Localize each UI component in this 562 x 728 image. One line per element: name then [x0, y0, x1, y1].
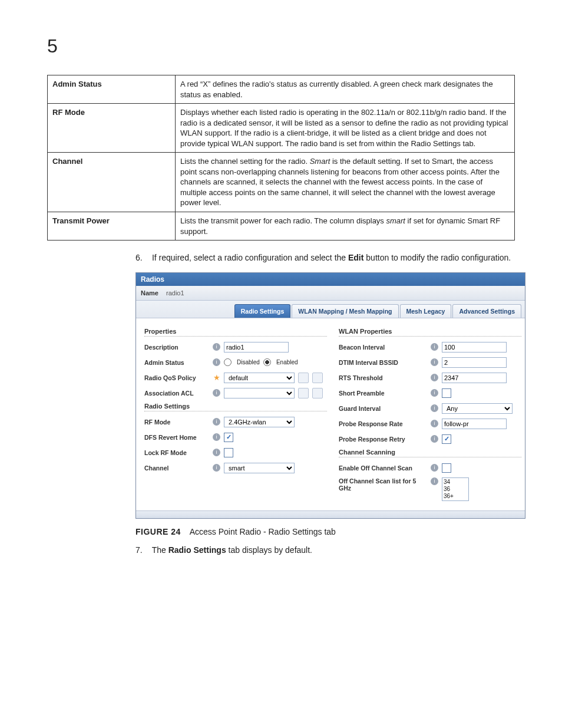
add-icon[interactable] [298, 388, 309, 398]
row-val: A red “X” defines the radio's status as … [176, 75, 515, 104]
short-preamble-checkbox[interactable] [442, 388, 451, 398]
info-icon[interactable]: i [431, 420, 438, 427]
table-row: Admin Status A red “X” defines the radio… [48, 75, 515, 104]
row-association-acl: Association ACL i [144, 387, 327, 399]
row-scan-list: Off Channel Scan list for 5 GHz i 34 36 … [339, 477, 521, 501]
info-icon[interactable]: i [213, 433, 220, 441]
description-input[interactable] [224, 342, 289, 353]
info-icon[interactable]: i [213, 418, 220, 426]
group-radio-settings: Radio Settings [144, 403, 327, 411]
info-icon[interactable]: i [431, 404, 438, 412]
step-7: 7. The Radio Settings tab displays by de… [135, 545, 515, 556]
row-key: Transmit Power [48, 212, 176, 241]
channel-select[interactable]: smart [224, 463, 295, 473]
rts-input[interactable] [442, 373, 507, 383]
qos-select[interactable]: default [224, 373, 295, 383]
label: Association ACL [144, 390, 209, 397]
list-item[interactable]: 36 [444, 486, 467, 493]
tab-strip: Radio Settings WLAN Mapping / Mesh Mappi… [136, 301, 525, 318]
info-icon[interactable]: i [431, 358, 438, 366]
row-probe-rate: Probe Response Rate i [339, 418, 521, 430]
label: Admin Status [144, 359, 209, 366]
label: DFS Revert Home [144, 434, 209, 441]
radio-label: Disabled [237, 359, 260, 365]
label: Description [144, 344, 209, 351]
tab-radio-settings[interactable]: Radio Settings [234, 304, 291, 318]
text-bold: Edit [348, 253, 363, 262]
label: Guard Interval [339, 405, 427, 412]
row-key: Channel [48, 153, 176, 212]
text: button to modify the radio configuration… [363, 253, 511, 262]
tab-wlan-mapping[interactable]: WLAN Mapping / Mesh Mapping [292, 304, 398, 318]
probe-rate-input[interactable] [442, 419, 507, 429]
info-icon[interactable]: i [213, 464, 220, 472]
figure-title: Access Point Radio - Radio Settings tab [190, 527, 336, 536]
info-icon[interactable]: i [431, 343, 438, 351]
row-admin-status: Admin Status i Disabled Enabled [144, 357, 327, 368]
row-beacon: Beacon Interval i [339, 341, 521, 353]
field-description-table: Admin Status A red “X” defines the radio… [47, 75, 515, 241]
label: Channel [144, 465, 209, 472]
table-row: Transmit Power Lists the transmit power … [48, 212, 515, 241]
group-properties: Properties [144, 328, 327, 337]
page-number: 5 [47, 35, 515, 57]
text-bold: Radio Settings [168, 545, 226, 555]
radio-settings-screenshot: Radios Name radio1 Radio Settings WLAN M… [135, 272, 525, 519]
info-icon[interactable]: i [431, 389, 438, 397]
radio-disabled[interactable] [224, 358, 232, 366]
rf-mode-select[interactable]: 2.4GHz-wlan [224, 417, 295, 427]
dtim-input[interactable] [442, 357, 507, 368]
text-emph: smart [386, 216, 405, 225]
row-dfs-revert: DFS Revert Home i [144, 431, 327, 443]
list-item[interactable]: 34 [444, 479, 467, 486]
row-guard: Guard Interval i Any [339, 403, 521, 414]
acl-select[interactable] [224, 388, 295, 398]
row-val: Displays whether each listed radio is op… [176, 104, 515, 153]
info-icon[interactable]: i [431, 374, 438, 381]
text: Lists the channel setting for the radio. [180, 157, 310, 166]
table-row: Channel Lists the channel setting for th… [48, 153, 515, 212]
row-channel: Channel i smart [144, 462, 327, 474]
enable-scan-checkbox[interactable] [442, 463, 451, 473]
info-icon[interactable]: i [431, 464, 438, 472]
step-number: 7. [135, 545, 150, 556]
dfs-checkbox[interactable] [224, 433, 233, 442]
beacon-input[interactable] [442, 342, 507, 353]
group-wlan-properties: WLAN Properties [339, 328, 521, 337]
info-icon[interactable]: i [213, 343, 220, 351]
lock-rf-checkbox[interactable] [224, 448, 233, 457]
info-icon[interactable]: i [213, 449, 220, 456]
tab-advanced-settings[interactable]: Advanced Settings [452, 304, 521, 318]
tab-mesh-legacy[interactable]: Mesh Legacy [400, 304, 452, 318]
text: The [152, 545, 168, 555]
name-bar: Name radio1 [136, 286, 525, 301]
info-icon[interactable]: i [213, 358, 220, 366]
settings-icon[interactable] [312, 388, 323, 398]
row-rts: RTS Threshold i [339, 372, 521, 384]
probe-retry-checkbox[interactable] [442, 434, 451, 444]
info-icon[interactable]: i [213, 389, 220, 397]
row-val: Lists the channel setting for the radio.… [176, 153, 515, 212]
add-icon[interactable] [298, 373, 309, 383]
label: Off Channel Scan list for 5 GHz [339, 477, 427, 492]
label: Short Preamble [339, 390, 427, 397]
panel-footer [136, 510, 525, 518]
info-icon[interactable]: i [431, 477, 438, 485]
text: Lists the transmit power for each radio.… [180, 216, 386, 225]
settings-icon[interactable] [312, 373, 323, 383]
step-number: 6. [135, 252, 150, 264]
text-emph: Smart [310, 157, 330, 166]
name-value: radio1 [166, 289, 184, 297]
row-val: Lists the transmit power for each radio.… [176, 212, 515, 241]
row-qos-policy: Radio QoS Policy ★ default [144, 372, 327, 384]
group-channel-scanning: Channel Scanning [339, 449, 521, 457]
radio-enabled[interactable] [263, 358, 271, 366]
radio-label: Enabled [276, 359, 298, 365]
row-key: Admin Status [48, 75, 176, 104]
scan-list-box[interactable]: 34 36 36+ [442, 477, 469, 501]
list-item[interactable]: 36+ [444, 493, 467, 500]
guard-select[interactable]: Any [442, 403, 513, 414]
info-icon[interactable]: i [431, 435, 438, 443]
figure-label: FIGURE 24 [135, 527, 181, 536]
left-column: Properties Description i Admin Status i … [144, 324, 327, 505]
